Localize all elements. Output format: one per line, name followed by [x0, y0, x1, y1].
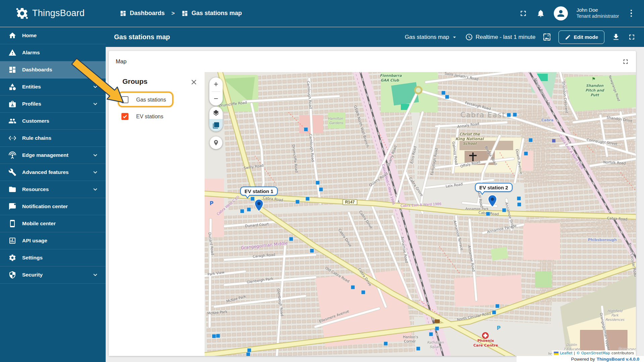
dashboard-image-button[interactable] [543, 33, 551, 41]
widget-fullscreen-button[interactable] [622, 58, 629, 65]
close-icon[interactable] [190, 78, 198, 86]
zoom-out-button[interactable]: − [209, 92, 223, 106]
group-checkbox-ev-stations[interactable]: EV stations [121, 113, 163, 120]
map-device-marker[interactable] [429, 333, 433, 336]
map-label: Care Centre [473, 343, 498, 348]
map-label: Residences [605, 318, 624, 321]
sidebar-item-home[interactable]: Home [0, 27, 106, 44]
map-device-marker[interactable] [496, 304, 499, 308]
user-info[interactable]: John Doe Tenant administrator [577, 7, 619, 19]
map-device-marker[interactable] [518, 203, 521, 206]
map-device-marker[interactable] [248, 349, 251, 352]
locate-me-button[interactable] [210, 136, 222, 149]
sidebar-item-customers[interactable]: Customers [0, 113, 106, 130]
sidebar-item-icon [8, 220, 16, 228]
map-device-marker[interactable] [310, 249, 314, 253]
sidebar-item-alarms[interactable]: Alarms [0, 44, 106, 61]
map-device-marker[interactable] [351, 286, 355, 289]
timewindow-button[interactable]: Realtime - last 1 minute [465, 33, 536, 41]
sidebar-item-settings[interactable]: Settings [0, 249, 106, 266]
download-button[interactable] [612, 33, 620, 41]
checkbox-unchecked[interactable] [121, 96, 128, 103]
map-device-marker[interactable] [306, 197, 310, 201]
map-device-marker[interactable] [445, 95, 449, 99]
map-device-marker[interactable] [212, 335, 216, 338]
fullscreen-button[interactable] [519, 9, 528, 18]
osm-link[interactable]: © OpenStreetMap [577, 351, 610, 355]
map-device-marker[interactable] [507, 113, 511, 117]
map-device-marker[interactable] [247, 208, 251, 212]
sidebar-item-label: API usage [22, 238, 99, 244]
breadcrumb-current[interactable]: Gas stations map [181, 10, 242, 17]
leaflet-map[interactable]: P P ⚑ Saint Jarlath's RoadFassaugh RoadC… [205, 72, 636, 356]
map-device-marker[interactable] [362, 291, 365, 294]
user-avatar[interactable] [554, 6, 568, 20]
sidebar-item-rule-chains[interactable]: Rule chains [0, 130, 106, 147]
map-device-marker[interactable] [486, 212, 490, 216]
map-label: Hanlon's [403, 335, 418, 339]
map-device-marker[interactable] [417, 347, 420, 351]
sidebar-item-api-usage[interactable]: API usage [0, 232, 106, 249]
edit-mode-button[interactable]: Edit mode [558, 31, 604, 44]
layers-control [209, 107, 223, 131]
clock-icon [465, 33, 473, 41]
layers-icon[interactable] [209, 107, 223, 119]
map-label: Putt [590, 93, 599, 97]
sidebar-item-notification-center[interactable]: Notification center [0, 198, 106, 215]
dashboard-toolbar: Gas stations map Gas stations map Realti… [106, 27, 644, 47]
zoom-control: + − [209, 77, 223, 106]
widget-title: Map [116, 58, 126, 65]
sidebar-item-security[interactable]: Security [0, 266, 106, 284]
map-device-marker[interactable] [240, 209, 244, 213]
map-device-marker[interactable] [289, 237, 293, 241]
thingsboard-logo[interactable]: ThingsBoard [0, 7, 106, 20]
marker-ev-station-1[interactable] [253, 199, 265, 212]
sidebar-item-mobile-center[interactable]: Mobile center [0, 215, 106, 232]
sidebar-item-icon [8, 66, 16, 74]
pencil-icon [565, 34, 571, 40]
map-device-marker[interactable] [247, 353, 250, 356]
sidebar-item-edge-management[interactable]: Edge management [0, 147, 106, 164]
breadcrumb-separator: > [169, 10, 177, 17]
sidebar-item-resources[interactable]: Resources [0, 181, 106, 198]
leaflet-link[interactable]: Leaflet [560, 351, 572, 355]
user-role: Tenant administrator [577, 13, 619, 19]
zoom-in-button[interactable]: + [209, 77, 223, 92]
map-device-marker[interactable] [216, 334, 220, 338]
map-device-marker[interactable] [524, 152, 528, 156]
map-label: Shandon [586, 83, 603, 87]
more-menu-button[interactable] [628, 8, 635, 18]
notifications-bell-button[interactable] [536, 9, 545, 18]
map-device-marker[interactable] [296, 200, 300, 204]
sidebar-item-entities[interactable]: Entities [0, 78, 106, 96]
map-device-marker[interactable] [435, 327, 439, 330]
marker-ev-station-2[interactable] [487, 194, 498, 208]
map-device-marker[interactable] [316, 181, 320, 185]
dashboard-grid-icon [181, 10, 188, 17]
checkbox-checked[interactable] [121, 113, 128, 120]
dashboard-state-selector[interactable]: Gas stations map [405, 34, 458, 41]
sidebar-item-label: Dashboards [22, 67, 99, 73]
dashboard-title: Gas stations map [106, 33, 170, 41]
map-device-marker[interactable] [442, 91, 445, 95]
tooltip-ev-station-1[interactable]: EV station 1 [240, 187, 278, 196]
toolbar-fullscreen-button[interactable] [628, 33, 636, 41]
map-device-marker[interactable] [492, 311, 496, 314]
thingsboard-version-link[interactable]: ThingsBoard v.4.0.0 [597, 357, 639, 362]
map-device-marker[interactable] [384, 342, 388, 346]
map-device-marker[interactable] [502, 208, 506, 212]
map-device-marker[interactable] [529, 138, 533, 142]
sidebar-item-label: Security [22, 272, 86, 278]
map-device-marker[interactable] [513, 113, 517, 117]
sidebar-item-profiles[interactable]: Profiles [0, 96, 106, 113]
breadcrumb-dashboards[interactable]: Dashboards [120, 10, 165, 17]
map-device-marker[interactable] [304, 128, 308, 131]
sidebar-item-advanced-features[interactable]: Advanced features [0, 164, 106, 181]
map-device-marker[interactable] [517, 197, 521, 200]
sidebar-item-dashboards[interactable]: Dashboards [0, 61, 106, 78]
map-device-marker[interactable] [319, 188, 323, 191]
group-checkbox-gas-stations[interactable]: Gas stations [121, 96, 166, 103]
map-label: Dublin [566, 343, 577, 347]
tooltip-ev-station-2[interactable]: EV station 2 [475, 183, 513, 192]
dashboard-content: Map Groups Gas stations [106, 47, 644, 362]
